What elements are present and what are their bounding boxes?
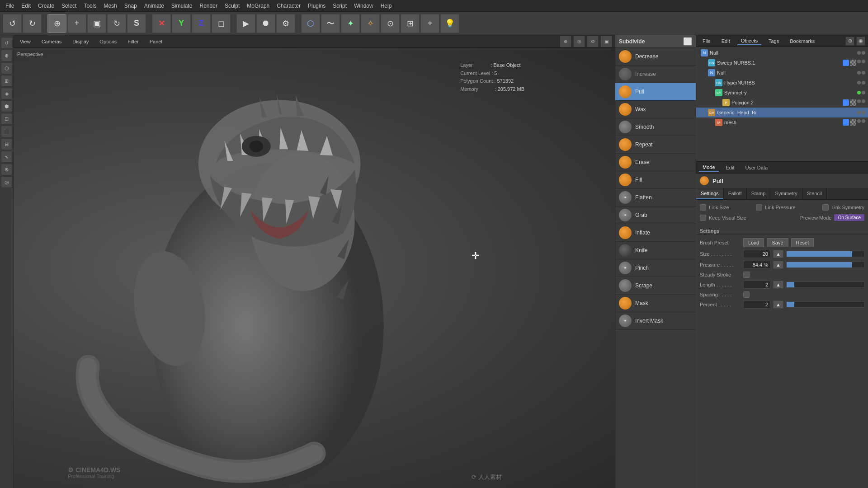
ls-btn-4[interactable]: ⊞ xyxy=(1,75,13,87)
vp-icon-4[interactable]: ▣ xyxy=(600,36,612,47)
hier-item-null-child[interactable]: N Null xyxy=(696,68,868,78)
box-button[interactable]: ▣ xyxy=(87,14,106,33)
hier-item-polygon2[interactable]: P Polygon.2 xyxy=(696,98,868,108)
y-button[interactable]: Y xyxy=(172,14,191,33)
prop-edit-tab[interactable]: Edit xyxy=(722,164,738,171)
hier-item-mesh[interactable]: M mesh xyxy=(696,117,868,127)
hier-tab-objects[interactable]: Objects xyxy=(737,37,761,45)
object-button[interactable]: ◻ xyxy=(212,14,231,33)
menu-mograph[interactable]: MoGraph xyxy=(243,2,273,10)
record-button[interactable]: ⏺ xyxy=(256,14,275,33)
hier-item-symmetry[interactable]: SY Symmetry xyxy=(696,88,868,98)
sculpt-tool-wax[interactable]: Wax xyxy=(615,101,696,118)
hier-tab-tags[interactable]: Tags xyxy=(765,38,783,45)
ls-btn-12[interactable]: ◎ xyxy=(1,176,13,188)
tab-settings[interactable]: Settings xyxy=(696,188,724,199)
rotate-button[interactable]: ↻ xyxy=(107,14,126,33)
cube-button[interactable]: ⬡ xyxy=(301,14,320,33)
ls-btn-2[interactable]: ⊕ xyxy=(1,50,13,61)
ls-btn-8[interactable]: ⬛ xyxy=(1,126,13,137)
menu-select[interactable]: Select xyxy=(58,2,80,10)
vp-icon-3[interactable]: ⚙ xyxy=(587,36,599,47)
ls-btn-7[interactable]: ⊡ xyxy=(1,113,13,125)
sculpt-tool-flatten[interactable]: ✦ Flatten xyxy=(615,189,696,206)
length-slider[interactable] xyxy=(786,282,864,288)
grid-button[interactable]: ⊞ xyxy=(401,14,420,33)
reset-button[interactable]: Reset xyxy=(791,238,814,247)
ls-btn-3[interactable]: ⬡ xyxy=(1,62,13,74)
menu-plugins[interactable]: Plugins xyxy=(304,2,329,10)
play-button[interactable]: ▶ xyxy=(236,14,255,33)
sculpt-tool-pinch[interactable]: ✦ Pinch xyxy=(615,259,696,277)
size-slider[interactable] xyxy=(786,251,864,257)
redo-button[interactable]: ↻ xyxy=(23,14,42,33)
sculpt-tool-increase[interactable]: Increase xyxy=(615,66,696,83)
sculpt-tool-mask[interactable]: Mask xyxy=(615,295,696,312)
hier-tab-edit[interactable]: Edit xyxy=(718,38,734,45)
undo-button[interactable]: ↺ xyxy=(3,14,22,33)
vp-menu-cameras[interactable]: Cameras xyxy=(38,38,66,45)
ls-btn-5[interactable]: ◈ xyxy=(1,88,13,99)
hier-item-hypernurbs[interactable]: HN HyperNURBS xyxy=(696,78,868,88)
viewport[interactable]: Perspective Layer : Base Object Current … xyxy=(14,48,615,488)
menu-simulate[interactable]: Simulate xyxy=(168,2,196,10)
camera-button[interactable]: ⊙ xyxy=(381,14,400,33)
nurbs-button[interactable]: ✦ xyxy=(341,14,360,33)
menu-render[interactable]: Render xyxy=(196,2,221,10)
save-button[interactable]: Save xyxy=(767,238,788,247)
percent-stepper[interactable]: ▲ xyxy=(773,300,783,309)
vr-button[interactable]: ⌖ xyxy=(420,14,439,33)
spacing-checkbox[interactable] xyxy=(743,291,750,298)
hier-icon-1[interactable]: ⊕ xyxy=(845,37,854,46)
tab-stencil[interactable]: Stencil xyxy=(802,188,827,199)
link-size-checkbox[interactable] xyxy=(700,204,706,211)
light-button[interactable]: 💡 xyxy=(440,14,459,33)
keep-visual-size-checkbox[interactable] xyxy=(700,215,706,221)
menu-character[interactable]: Character xyxy=(273,2,304,10)
sculpt-tool-repeat[interactable]: Repeat xyxy=(615,136,696,154)
ls-btn-9[interactable]: ⊟ xyxy=(1,138,13,150)
sculpt-tool-erase[interactable]: Erase xyxy=(615,154,696,171)
menu-window[interactable]: Window xyxy=(350,2,377,10)
hier-item-null-root[interactable]: N Null xyxy=(696,48,868,58)
vp-menu-display[interactable]: Display xyxy=(69,38,92,45)
x-button[interactable]: ✕ xyxy=(152,14,171,33)
vp-icon-1[interactable]: ⊕ xyxy=(560,36,571,47)
loop-button[interactable]: ⚙ xyxy=(276,14,295,33)
menu-sculpt[interactable]: Sculpt xyxy=(221,2,243,10)
path-button[interactable]: 〜 xyxy=(321,14,340,33)
size-stepper[interactable]: ▲ xyxy=(773,250,783,258)
ls-btn-6[interactable]: ⬢ xyxy=(1,100,13,112)
tab-falloff[interactable]: Falloff xyxy=(724,188,747,199)
sculpt-tool-smooth[interactable]: Smooth xyxy=(615,118,696,136)
vp-menu-options[interactable]: Options xyxy=(96,38,120,45)
s-button[interactable]: S xyxy=(127,14,146,33)
sculpt-tool-decrease[interactable]: Decrease xyxy=(615,48,696,66)
sculpt-tool-invert-mask[interactable]: ✦ Invert Mask xyxy=(615,312,696,330)
menu-edit[interactable]: Edit xyxy=(18,2,34,10)
ls-btn-1[interactable]: ↺ xyxy=(1,37,13,49)
sculpt-tool-pull[interactable]: Pull xyxy=(615,83,696,101)
hier-item-sweep-nurbs[interactable]: SN Sweep NURBS.1 xyxy=(696,58,868,68)
hier-icon-2[interactable]: ◉ xyxy=(856,37,865,46)
ls-btn-11[interactable]: ⊛ xyxy=(1,164,13,175)
pressure-stepper[interactable]: ▲ xyxy=(773,261,783,269)
ls-btn-10[interactable]: ∿ xyxy=(1,151,13,163)
sculpt-tool-inflate[interactable]: Inflate xyxy=(615,224,696,242)
menu-help[interactable]: Help xyxy=(377,2,396,10)
menu-file[interactable]: File xyxy=(2,2,18,10)
vp-menu-panel[interactable]: Panel xyxy=(146,38,166,45)
move-tool-button[interactable]: ⊕ xyxy=(47,14,66,33)
sculpt-tool-scrape[interactable]: Scrape xyxy=(615,277,696,295)
sculpt-tool-fill[interactable]: Fill xyxy=(615,171,696,189)
prop-mode-tab[interactable]: Mode xyxy=(699,164,719,172)
tab-symmetry[interactable]: Symmetry xyxy=(770,188,802,199)
add-button[interactable]: + xyxy=(67,14,86,33)
length-stepper[interactable]: ▲ xyxy=(773,281,783,289)
hier-tab-bookmarks[interactable]: Bookmarks xyxy=(786,38,818,45)
tab-stamp[interactable]: Stamp xyxy=(747,188,771,199)
menu-tools[interactable]: Tools xyxy=(80,2,100,10)
link-pressure-checkbox[interactable] xyxy=(756,204,762,211)
hier-item-generic-head[interactable]: GH Generic_Head_Bi xyxy=(696,108,868,117)
deform-button[interactable]: ✧ xyxy=(361,14,380,33)
